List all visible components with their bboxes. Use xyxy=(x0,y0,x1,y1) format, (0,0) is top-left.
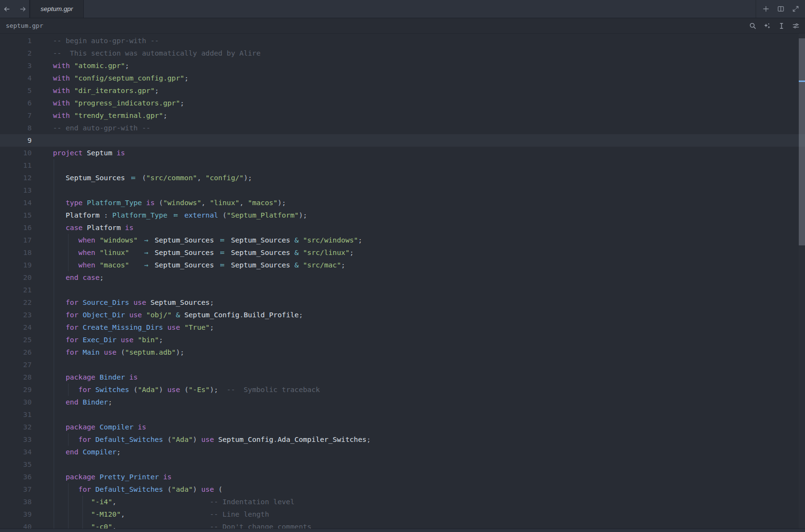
code-line[interactable]: 3with "atomic.gpr"; xyxy=(0,59,805,72)
code-line[interactable]: 23 for Object_Dir use "obj/" & Septum_Co… xyxy=(0,309,805,321)
code-line[interactable]: 31 xyxy=(0,408,805,421)
code-text: case Platform is xyxy=(32,221,134,234)
line-number: 17 xyxy=(0,234,32,246)
line-number: 38 xyxy=(0,496,32,508)
code-line[interactable]: 10project Septum is xyxy=(0,147,805,159)
line-number: 4 xyxy=(0,72,32,84)
line-number: 19 xyxy=(0,259,32,271)
code-line[interactable]: 17 when "windows" ⇒ Septum_Sources ≔ Sep… xyxy=(0,234,805,246)
code-line[interactable]: 24 for Create_Missing_Dirs use "True"; xyxy=(0,321,805,334)
code-line[interactable]: 16 case Platform is xyxy=(0,221,805,234)
code-line[interactable]: 37 for Default_Switches ("ada") use ( xyxy=(0,483,805,496)
code-line[interactable]: 34 end Compiler; xyxy=(0,446,805,458)
code-line[interactable]: 32 package Compiler is xyxy=(0,421,805,433)
code-line[interactable]: 13 xyxy=(0,184,805,197)
line-number: 24 xyxy=(0,321,32,334)
code-line[interactable]: 33 for Default_Switches ("Ada") use Sept… xyxy=(0,433,805,446)
code-line[interactable]: 36 package Pretty_Printer is xyxy=(0,471,805,483)
line-number: 26 xyxy=(0,346,32,359)
pane-action-buttons xyxy=(756,0,805,18)
back-button[interactable] xyxy=(2,4,12,14)
code-line[interactable]: 18 when "linux" ⇒ Septum_Sources ≔ Septu… xyxy=(0,246,805,259)
tab-bar: septum.gpr xyxy=(0,0,805,18)
line-number: 23 xyxy=(0,309,32,321)
code-line[interactable]: 12 Septum_Sources ≔ ("src/common", "conf… xyxy=(0,172,805,184)
code-line[interactable]: 40 "-c0", -- Don't change comments xyxy=(0,520,805,529)
line-number: 33 xyxy=(0,433,32,446)
breadcrumb[interactable]: septum.gpr xyxy=(6,22,43,29)
maximize-icon xyxy=(792,5,799,12)
line-number: 1 xyxy=(0,35,32,47)
code-line[interactable]: 39 "-M120", -- Line length xyxy=(0,508,805,520)
code-text: end Compiler; xyxy=(32,446,121,458)
arrow-left-icon xyxy=(3,5,11,13)
split-pane-icon xyxy=(777,5,784,12)
line-number: 6 xyxy=(0,97,32,109)
code-text: for Source_Dirs use Septum_Sources; xyxy=(32,296,214,309)
editor-controls-button[interactable] xyxy=(790,20,801,31)
search-icon xyxy=(749,22,757,30)
code-line[interactable]: 15 Platform : Platform_Type ≔ external (… xyxy=(0,209,805,221)
editor-window: septum.gpr septum.gpr xyxy=(0,0,805,532)
code-line[interactable]: 7with "trendy_terminal.gpr"; xyxy=(0,109,805,122)
tab-septum-gpr[interactable]: septum.gpr xyxy=(30,0,84,18)
maximize-pane-button[interactable] xyxy=(790,4,801,14)
buffer-search-button[interactable] xyxy=(747,20,758,31)
line-number: 29 xyxy=(0,383,32,396)
line-number: 3 xyxy=(0,59,32,72)
editor-controls-icon xyxy=(792,22,800,30)
code-line[interactable]: 25 for Exec_Dir use "bin"; xyxy=(0,334,805,346)
code-line[interactable]: 38 "-i4", -- Indentation level xyxy=(0,496,805,508)
code-text: when "macos" ⇒ Septum_Sources ≔ Septum_S… xyxy=(32,259,345,271)
scrollbar-track[interactable] xyxy=(799,34,805,529)
code-line[interactable]: 14 type Platform_Type is ("windows", "li… xyxy=(0,197,805,209)
editor-toolbar: septum.gpr xyxy=(0,18,805,34)
code-line[interactable]: 22 for Source_Dirs use Septum_Sources; xyxy=(0,296,805,309)
code-text: package Binder is xyxy=(32,371,138,383)
new-item-button[interactable] xyxy=(760,4,771,14)
code-line[interactable]: 11 xyxy=(0,159,805,172)
scrollbar-thumb[interactable] xyxy=(799,38,805,245)
code-line[interactable]: 5with "dir_iterators.gpr"; xyxy=(0,84,805,97)
code-line[interactable]: 20 end case; xyxy=(0,271,805,284)
code-text: for Default_Switches ("ada") use ( xyxy=(32,483,222,496)
code-line[interactable]: 28 package Binder is xyxy=(0,371,805,383)
line-number: 32 xyxy=(0,421,32,433)
forward-button[interactable] xyxy=(18,4,28,14)
code-line[interactable]: 8-- end auto-gpr-with -- xyxy=(0,122,805,134)
line-number: 31 xyxy=(0,408,32,421)
code-line[interactable]: 6with "progress_indicators.gpr"; xyxy=(0,97,805,109)
split-pane-button[interactable] xyxy=(775,4,786,14)
code-line[interactable]: 29 for Switches ("Ada") use ("-Es"); -- … xyxy=(0,383,805,396)
line-number: 8 xyxy=(0,122,32,134)
code-line[interactable]: 30 end Binder; xyxy=(0,396,805,408)
line-number: 34 xyxy=(0,446,32,458)
code-text: end case; xyxy=(32,271,104,284)
code-line[interactable]: 1-- begin auto-gpr-with -- xyxy=(0,35,805,47)
code-line[interactable]: 4with "config/septum_config.gpr"; xyxy=(0,72,805,84)
code-line[interactable]: 35 xyxy=(0,458,805,471)
code-text: for Create_Missing_Dirs use "True"; xyxy=(32,321,214,334)
code-line[interactable]: 21 xyxy=(0,284,805,296)
code-text: -- end auto-gpr-with -- xyxy=(32,122,150,134)
code-line[interactable]: 2-- This section was automatically added… xyxy=(0,47,805,59)
tab-bar-spacer xyxy=(84,0,756,18)
line-number: 14 xyxy=(0,197,32,209)
selection-menu-button[interactable] xyxy=(776,20,787,31)
code-line[interactable]: 26 for Main use ("septum.adb"); xyxy=(0,346,805,359)
inline-assist-button[interactable] xyxy=(761,20,772,31)
line-number: 21 xyxy=(0,284,32,296)
code-line[interactable]: 9 xyxy=(0,134,805,147)
code-line[interactable]: 27 xyxy=(0,359,805,371)
code-text: project Septum is xyxy=(32,147,125,159)
code-line[interactable]: 19 when "macos" ⇒ Septum_Sources ≔ Septu… xyxy=(0,259,805,271)
tab-label: septum.gpr xyxy=(41,5,73,12)
code-text: when "linux" ⇒ Septum_Sources ≔ Septum_S… xyxy=(32,246,354,259)
code-text: -- This section was automatically added … xyxy=(32,47,261,59)
status-bar-edge xyxy=(0,529,805,532)
code-text: with "progress_indicators.gpr"; xyxy=(32,97,184,109)
code-editor[interactable]: 1-- begin auto-gpr-with --2-- This secti… xyxy=(0,34,805,529)
line-number: 20 xyxy=(0,271,32,284)
code-text: end Binder; xyxy=(32,396,112,408)
line-number: 27 xyxy=(0,359,32,371)
